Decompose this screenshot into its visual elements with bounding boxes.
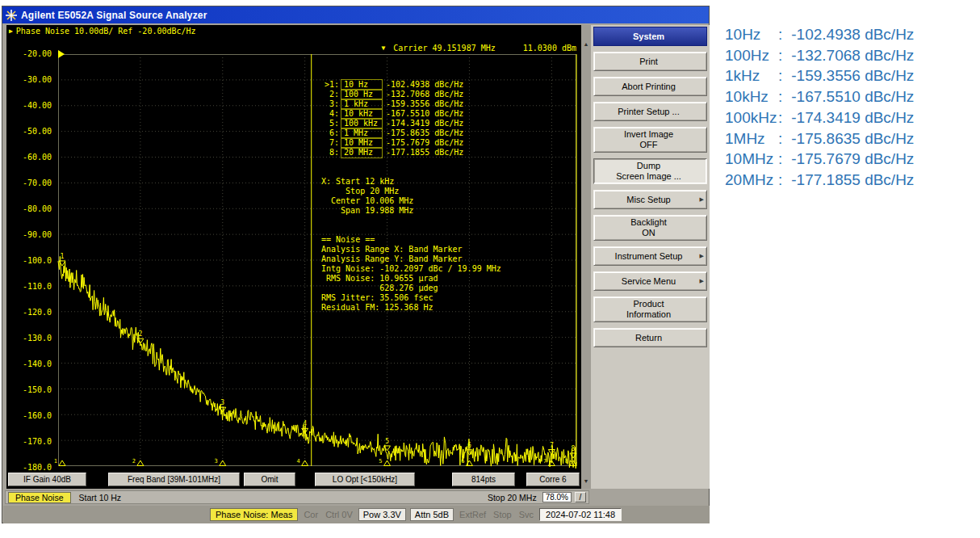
annotation-frequency: 100kHz	[725, 107, 778, 128]
plot-readout: >1:10 Hz-102.4938 dBc/Hz 2:100 Hz-132.70…	[321, 61, 501, 332]
sweep-progress: 78.0%	[542, 492, 572, 502]
svg-text:7: 7	[550, 442, 554, 449]
y-axis-tick-label: -140.0	[6, 359, 55, 368]
status-indicator: Pow 3.3V	[358, 508, 406, 521]
annotation-value: -132.7068 dBc/Hz	[791, 45, 914, 66]
status-indicator: Phase Noise: Meas	[210, 508, 298, 521]
status-box: LO Opt [<150kHz]	[315, 473, 415, 486]
noise-info-line: == Noise ==	[321, 235, 501, 245]
menu-button[interactable]: Printer Setup ... ▶	[593, 102, 707, 121]
y-axis-tick-label: -110.0	[6, 282, 55, 290]
annotation-value: -175.8635 dBc/Hz	[791, 128, 914, 149]
noise-info-line: 628.276 µdeg	[321, 284, 501, 293]
softkey-menu: System ▶ Print ▶ Abort Printing ▶ Printe…	[591, 25, 710, 489]
annotation-separator: :	[778, 86, 782, 107]
menu-button[interactable]: Abort Printing ▶	[593, 77, 707, 96]
marker-value: -174.3419 dBc/Hz	[386, 119, 463, 128]
marker-frequency: 20 MHz	[341, 148, 382, 158]
marker-frequency: 100 Hz	[341, 90, 382, 99]
svg-text:6: 6	[467, 442, 471, 449]
y-axis-tick-label: -90.00	[6, 230, 55, 238]
marker-frequency: 1 kHz	[341, 99, 382, 109]
trace-tab-phase-noise[interactable]: Phase Noise	[8, 492, 71, 503]
marker-number: 6:	[321, 128, 339, 138]
marker-row: 5:100 kHz-174.3419 dBc/Hz	[321, 119, 501, 128]
status-indicator: Ctrl 0V	[324, 509, 354, 520]
annotation-value: -174.3419 dBc/Hz	[791, 107, 914, 128]
marker-frequency: 100 kHz	[341, 119, 382, 128]
status-indicator: Svc	[517, 509, 535, 520]
status-indicator: Attn 5dB	[410, 508, 454, 521]
menu-button[interactable]: Invert Image OFF ▶	[593, 127, 707, 153]
annotation-frequency: 10Hz	[725, 24, 778, 45]
y-axis-tick-label: -40.00	[6, 101, 55, 109]
noise-info-line: Analysis Range X: Band Marker	[321, 245, 501, 254]
marker-row: 3:1 kHz-159.3556 dBc/Hz	[321, 99, 501, 109]
menu-scrollbar[interactable]: ▲ ▼	[581, 25, 591, 489]
annotation-frequency: 10kHz	[725, 86, 778, 107]
annotation-line: 100kHz:-174.3419 dBc/Hz	[725, 107, 977, 128]
annotation-frequency: 100Hz	[725, 45, 778, 66]
menu-button[interactable]: Misc Setup ▶	[593, 190, 707, 209]
y-axis-tick-label: -120.0	[6, 308, 55, 316]
menu-button[interactable]: Product Information ▶	[593, 296, 707, 322]
annotation-value: -177.1855 dBc/Hz	[791, 170, 914, 191]
status-indicator: 2024-07-02 11:48	[539, 508, 622, 521]
status-box: Corre 6	[526, 473, 580, 486]
menu-button[interactable]: Instrument Setup ▶	[593, 246, 707, 266]
menu-button[interactable]: Dump Screen Image ... ▶	[593, 158, 707, 184]
annotation-frequency: 10MHz	[725, 149, 778, 170]
trace-status-row: Phase Noise Start 10 Hz Stop 20 MHz 78.0…	[5, 490, 589, 504]
annotation-separator: :	[778, 65, 782, 86]
carrier-power: 11.0300 dBm	[523, 44, 576, 53]
scroll-up-icon[interactable]: ▲	[582, 41, 590, 47]
window-title: Agilent E5052A Signal Source Analyzer	[21, 10, 207, 21]
annotation-line: 10kHz:-167.5510 dBc/Hz	[725, 86, 977, 107]
lcd-screen: ▶ Phase Noise 10.00dB/ Ref -20.00dBc/Hz …	[6, 25, 581, 489]
annotation-value: -175.7679 dBc/Hz	[791, 149, 914, 170]
instrument-window: Agilent E5052A Signal Source Analyzer ▶ …	[2, 6, 710, 523]
annotation-separator: :	[778, 45, 782, 66]
annotation-separator: :	[778, 24, 782, 45]
svg-text:8: 8	[572, 445, 576, 452]
menu-button[interactable]: Backlight ON ▶	[593, 215, 707, 241]
svg-text:2: 2	[132, 458, 136, 464]
menu-button[interactable]: Return ▶	[593, 328, 707, 347]
marker-value: -102.4938 dBc/Hz	[386, 80, 463, 90]
y-axis-tick-label: -30.00	[6, 75, 55, 83]
annotation-line: 1MHz:-175.8635 dBc/Hz	[725, 128, 977, 149]
y-axis-tick-label: -70.00	[6, 179, 55, 187]
marker-number: 2:	[321, 90, 339, 99]
scroll-down-icon[interactable]: ▼	[582, 478, 590, 484]
marker-list: >1:10 Hz-102.4938 dBc/Hz 2:100 Hz-132.70…	[321, 80, 501, 158]
submenu-arrow-icon: ▶	[700, 278, 704, 284]
svg-text:2: 2	[138, 330, 142, 338]
sweep-stop-label: Stop 20 MHz	[488, 493, 537, 502]
y-axis-tick-label: -160.0	[6, 411, 55, 419]
noise-info-line: Analysis Range Y: Band Marker	[321, 254, 501, 264]
noise-info-line: Intg Noise: -102.2097 dBc / 19.99 MHz	[321, 264, 501, 274]
y-axis-tick-label: -50.00	[6, 127, 55, 135]
status-indicator: Cor	[302, 509, 320, 520]
annotation-frequency: 1MHz	[725, 128, 778, 149]
x-info-line: Stop 20 MHz	[321, 187, 501, 196]
status-box: Omit	[244, 473, 295, 486]
svg-text:5: 5	[385, 438, 389, 445]
marker-number: 7:	[321, 138, 339, 148]
menu-button[interactable]: Service Menu ▶	[593, 271, 707, 291]
status-indicator: Stop	[492, 509, 513, 520]
carrier-frequency: Carrier 49.151987 MHz	[393, 44, 495, 53]
annotation-line: 10Hz:-102.4938 dBc/Hz	[725, 24, 977, 45]
annotation-line: 1kHz:-159.3556 dBc/Hz	[725, 65, 977, 86]
svg-text:4: 4	[303, 420, 307, 427]
marker-number: 5:	[321, 119, 339, 128]
x-info-line: X: Start 12 kHz	[321, 177, 501, 187]
menu-button[interactable]: Print ▶	[593, 52, 707, 71]
status-box: IF Gain 40dB	[8, 473, 86, 486]
annotation-line: 100Hz:-132.7068 dBc/Hz	[725, 45, 977, 66]
noise-analysis-info: == Noise ==Analysis Range X: Band Marker…	[321, 235, 501, 313]
annotation-separator: :	[778, 107, 782, 128]
marker-number: 8:	[321, 148, 339, 158]
y-axis-tick-label: -180.0	[6, 463, 55, 471]
y-axis-tick-label: -170.0	[6, 437, 55, 445]
